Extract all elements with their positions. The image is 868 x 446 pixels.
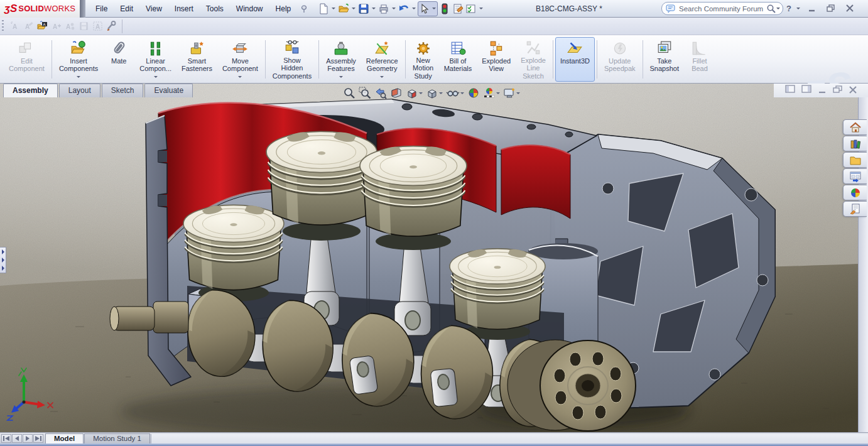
community-search-box[interactable]: Search Community Forum (661, 2, 783, 15)
ribbon-instant3d-button[interactable]: Instant3D (555, 37, 595, 82)
ribbon-group-divider (553, 40, 553, 79)
dropdown-caret[interactable] (339, 76, 343, 80)
section-view-button[interactable] (390, 87, 403, 99)
graphics-viewport[interactable] (0, 84, 858, 432)
file-properties-button[interactable] (452, 2, 464, 16)
tab-design-library[interactable] (843, 136, 867, 151)
menu-file[interactable]: File (89, 2, 114, 16)
select-tool-button[interactable] (418, 1, 438, 16)
zoom-to-fit-button[interactable] (343, 87, 355, 99)
pane-toggle-right-button[interactable] (801, 85, 812, 96)
print-button[interactable] (377, 2, 390, 16)
menu-edit[interactable]: Edit (114, 2, 139, 16)
dropdown-caret[interactable] (380, 76, 384, 80)
doc-minimize-button[interactable] (818, 85, 827, 96)
edit-appearance-button[interactable] (467, 87, 480, 99)
tab-scroll-first[interactable] (1, 434, 11, 443)
open-document-button[interactable] (337, 2, 350, 16)
menu-help[interactable]: Help (269, 2, 298, 16)
ribbon-move-component-button[interactable]: Move Component (217, 37, 263, 82)
rebuild-button[interactable] (438, 2, 451, 16)
ribbon-reference-geometry-button[interactable]: Reference Geometry (361, 37, 403, 82)
ribbon-insert-components-button[interactable]: Insert Components (54, 37, 103, 82)
pane-toggle-left-button[interactable] (785, 85, 796, 96)
tab-motion-study-1[interactable]: Motion Study 1 (84, 433, 150, 443)
tab-scroll-next[interactable] (23, 434, 33, 443)
apply-scene-button[interactable] (483, 87, 500, 99)
tab-assembly[interactable]: Assembly (3, 84, 58, 97)
tab-appearances-scenes[interactable] (843, 185, 867, 200)
svg-text:A: A (43, 23, 45, 26)
tab-scroll-last[interactable] (33, 434, 43, 443)
view-settings-button[interactable] (503, 87, 520, 99)
ribbon-exploded-view-button[interactable]: Exploded View (477, 37, 516, 82)
open-dropdown-caret[interactable] (350, 6, 357, 11)
ribbon-assembly-features-button[interactable]: Assembly Features (321, 37, 361, 82)
undo-button[interactable] (398, 2, 410, 16)
model-tabs-bar: Model Motion Study 1 (0, 432, 868, 443)
check-settings-icon[interactable] (104, 19, 118, 33)
tab-file-explorer[interactable] (843, 152, 867, 168)
dropdown-caret[interactable] (516, 92, 520, 96)
minimize-window-button[interactable] (805, 3, 819, 14)
tab-sketch[interactable]: Sketch (102, 84, 144, 97)
close-window-button[interactable] (843, 3, 857, 14)
search-icon[interactable] (766, 4, 776, 14)
ribbon-mate-button[interactable]: Mate (103, 37, 134, 82)
menu-window[interactable]: Window (230, 2, 269, 16)
ribbon-show-hidden-components-button[interactable]: Show Hidden Components (268, 37, 317, 82)
dropdown-caret[interactable] (238, 76, 242, 80)
dropdown-caret[interactable] (460, 92, 464, 96)
menu-insert[interactable]: Insert (168, 2, 200, 16)
ribbon-take-snapshot-button[interactable]: Take Snapshot (645, 37, 684, 82)
dropdown-caret[interactable] (496, 92, 500, 96)
svg-text:A: A (53, 23, 57, 30)
menu-view[interactable]: View (139, 2, 168, 16)
select-dropdown-caret[interactable] (431, 6, 437, 11)
search-input[interactable]: Search Community Forum (679, 5, 766, 13)
model-canvas[interactable] (0, 84, 858, 432)
options-button[interactable] (465, 2, 477, 16)
new-document-button[interactable] (317, 2, 330, 16)
doc-restore-button[interactable] (833, 85, 843, 96)
pin-menu-icon[interactable] (297, 3, 311, 15)
print-dropdown-caret[interactable] (391, 6, 397, 11)
toolbar-drag-handle[interactable] (2, 20, 4, 33)
ribbon-bill-of-materials-button[interactable]: Bill of Materials (439, 37, 477, 82)
view-orientation-button[interactable] (406, 87, 423, 99)
ribbon-linear-component-pattern-button[interactable]: Linear Compon... (134, 37, 176, 82)
dropdown-caret[interactable] (154, 76, 158, 80)
doc-close-button[interactable] (849, 85, 857, 96)
help-dropdown-caret[interactable] (796, 8, 800, 11)
new-dropdown-caret[interactable] (330, 6, 337, 11)
zoom-to-area-button[interactable] (359, 87, 371, 99)
window-title: B18C-CMG-ASSY * (536, 4, 602, 13)
save-button[interactable] (357, 2, 370, 16)
ribbon-new-motion-study-button[interactable]: New Motion Study (408, 37, 439, 82)
tab-custom-properties[interactable] (843, 201, 867, 217)
dropdown-caret[interactable] (439, 92, 443, 96)
tab-model[interactable]: Model (45, 433, 84, 443)
tab-view-palette[interactable] (843, 168, 867, 184)
help-button[interactable]: ? (786, 4, 791, 13)
tab-evaluate[interactable]: Evaluate (144, 84, 193, 97)
dropdown-caret[interactable] (77, 76, 80, 80)
search-dropdown-caret[interactable] (776, 8, 780, 11)
save-dropdown-caret[interactable] (371, 6, 377, 11)
options-dropdown-caret[interactable] (478, 6, 484, 11)
restore-window-button[interactable] (824, 3, 838, 14)
display-style-button[interactable] (426, 87, 443, 99)
window-bottom-border (0, 443, 868, 446)
hide-show-items-button[interactable] (446, 87, 464, 99)
undo-dropdown-caret[interactable] (411, 6, 417, 11)
tab-layout[interactable]: Layout (59, 84, 100, 97)
previous-view-button[interactable] (374, 87, 387, 99)
tab-scroll-prev[interactable] (12, 434, 22, 443)
dropdown-caret[interactable] (419, 92, 423, 96)
feature-pane-splitter[interactable] (0, 247, 6, 273)
tab-solidworks-resources[interactable] (843, 119, 867, 135)
check-open-file-icon[interactable]: A (35, 19, 49, 33)
explode-line-sketch-icon (525, 40, 541, 56)
ribbon-smart-fasteners-button[interactable]: Smart Fasteners (176, 37, 217, 82)
menu-tools[interactable]: Tools (200, 2, 230, 16)
